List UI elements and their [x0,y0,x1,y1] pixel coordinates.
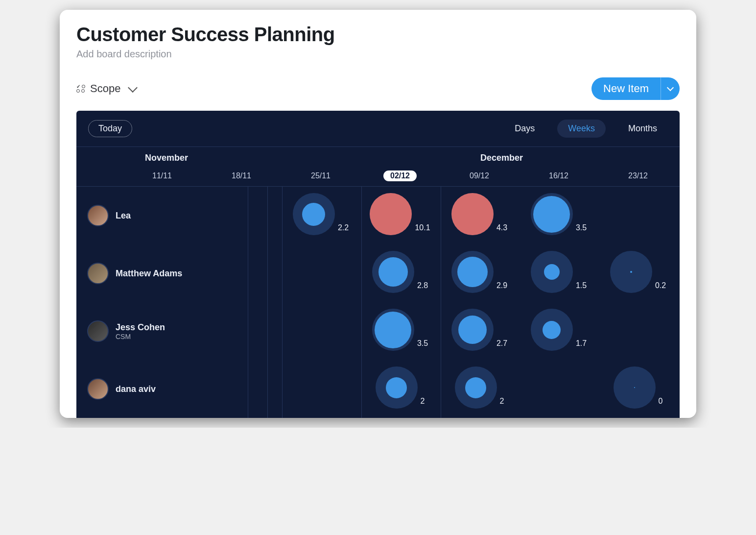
bubble-value: 2.7 [496,339,507,348]
workload-grid: Lea2.210.14.33.5Matthew Adams2.82.91.50.… [76,187,680,418]
new-item-dropdown[interactable] [661,77,680,100]
person-name: Lea [116,211,131,221]
scope-label: Scope [90,82,120,95]
board-toolbar: ✓ Scope New Item [60,69,696,111]
range-days[interactable]: Days [504,120,545,138]
workload-bubble[interactable]: 1.5 [520,251,598,293]
bubble-outer [370,193,412,235]
bubble-outer [376,366,418,409]
avatar [87,320,109,342]
workload-panel: Today Days Weeks Months November Decembe… [76,111,680,418]
workload-bubble[interactable]: 10.1 [361,193,439,235]
bubble-inner [533,196,570,233]
new-item-group: New Item [591,77,680,100]
person-role: CSM [116,333,165,340]
bubble-outer [455,366,497,409]
month-label-right: December [480,153,523,163]
person-cell[interactable]: Matthew Adams [76,263,248,284]
bubble-outer [531,193,573,235]
timeline-date[interactable]: 16/12 [542,170,575,181]
timeline-date[interactable]: 11/11 [145,170,179,181]
bubble-value: 2 [500,397,504,406]
workload-bubble[interactable]: 2 [361,366,439,409]
bubble-outer [293,193,335,235]
person-cell[interactable]: dana aviv [76,378,248,400]
bubble-outer [451,309,494,351]
scope-dropdown[interactable]: ✓ Scope [76,82,136,95]
bubble-value: 2.8 [417,281,428,290]
timeline-date[interactable]: 18/11 [225,170,258,181]
bubble-value: 1.7 [576,339,587,348]
timeline-header: November December 11/1118/1125/1102/1209… [76,147,680,187]
workload-bubble[interactable]: 1.7 [520,309,598,351]
timeline-date[interactable]: 25/11 [304,170,337,181]
bubble-inner [630,271,632,273]
bubble-outer [451,193,494,235]
workload-bubble[interactable]: 2.7 [440,309,519,351]
bubble-value: 2.9 [496,281,507,290]
workload-row: Lea2.210.14.33.5 [76,187,680,244]
bubble-inner [458,316,487,344]
bubble-outer [531,251,573,293]
timeline-months: November December [76,147,680,167]
workload-bubble[interactable]: 3.5 [361,309,439,351]
person-name: Jess Cohen [116,322,165,333]
chevron-down-icon [128,83,138,93]
bubble-value: 0 [659,397,663,406]
person-name: dana aviv [116,384,156,394]
scope-icon: ✓ [76,85,85,93]
board-subtitle[interactable]: Add board description [76,49,680,60]
timeline-date[interactable]: 09/12 [463,170,496,181]
bubble-inner [465,377,486,398]
bubble-outer [610,251,652,293]
workload-bubble[interactable]: 2 [440,366,519,409]
bubble-inner [302,203,325,226]
bubble-inner [544,264,560,280]
workload-bubble[interactable]: 2.9 [440,251,519,293]
range-switch: Days Weeks Months [504,120,668,138]
workload-row: dana aviv220 [76,360,680,418]
bubble-outer [451,251,494,293]
board-card: Customer Success Planning Add board desc… [60,10,696,418]
person-cell[interactable]: Lea [76,205,248,226]
bubble-outer [614,366,656,409]
bubble-value: 0.2 [655,281,666,290]
workload-row: Jess CohenCSM3.52.71.7 [76,302,680,360]
timeline-date[interactable]: 23/12 [621,170,655,181]
avatar [87,378,109,400]
month-label-left: November [145,153,188,163]
bubble-inner [634,387,635,388]
bubble-outer [531,309,573,351]
workload-bubble[interactable]: 0 [599,366,677,409]
bubble-value: 2.2 [338,223,349,232]
bubble-inner [370,193,412,235]
workload-bubble[interactable]: 4.3 [440,193,519,235]
range-months[interactable]: Months [617,120,668,138]
bubble-outer [372,309,414,351]
bubble-outer [372,251,414,293]
bubble-value: 2 [421,397,425,406]
person-cell[interactable]: Jess CohenCSM [76,320,248,342]
board-title: Customer Success Planning [76,24,680,46]
workload-bubble[interactable]: 0.2 [599,251,677,293]
timeline-date[interactable]: 02/12 [383,170,417,181]
bubble-value: 3.5 [576,223,587,232]
bubble-inner [457,257,488,287]
chevron-down-icon [667,84,674,91]
panel-top: Today Days Weeks Months [76,111,680,147]
person-name: Matthew Adams [116,268,182,279]
bubble-value: 3.5 [417,339,428,348]
today-button[interactable]: Today [88,120,132,137]
workload-bubble[interactable]: 2.2 [282,193,360,235]
new-item-button[interactable]: New Item [591,77,661,100]
range-weeks[interactable]: Weeks [557,120,606,138]
timeline-dates: 11/1118/1125/1102/1209/1216/1223/12 [76,167,680,186]
bubble-inner [375,312,411,348]
bubble-value: 10.1 [415,223,430,232]
workload-bubble[interactable]: 2.8 [361,251,439,293]
bubble-inner [543,321,561,339]
workload-row: Matthew Adams2.82.91.50.2 [76,244,680,302]
workload-bubble[interactable]: 3.5 [520,193,598,235]
avatar [87,263,109,284]
avatar [87,205,109,226]
